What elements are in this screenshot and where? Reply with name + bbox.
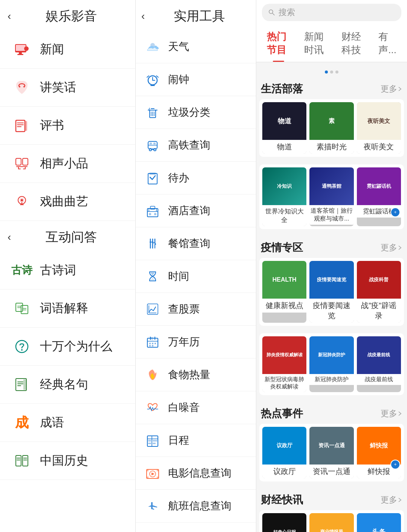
search-input[interactable]: 搜索	[262, 4, 401, 21]
menu-item-pingsu[interactable]: 评书	[0, 107, 135, 145]
section-hotevents-more[interactable]: 更多	[381, 408, 402, 419]
menu-item-history[interactable]: 中国历史	[0, 442, 135, 480]
card-nihong[interactable]: 霓虹鼹话机 霓虹鼹话机 +	[357, 167, 401, 226]
card-gov[interactable]: 议政厅 议政厅	[262, 427, 306, 478]
left-back-button[interactable]: ‹	[8, 8, 15, 24]
noise-label: 白噪音	[168, 400, 200, 415]
tool-item-schedule[interactable]: 日程	[136, 424, 256, 457]
menu-item-shiwanwei[interactable]: 十万个为什么	[0, 328, 135, 366]
tool-item-stock[interactable]: 查股票	[136, 293, 256, 326]
tool-item-calendar[interactable]: 万 万年历	[136, 326, 256, 359]
sub-back-button[interactable]: ‹	[8, 229, 15, 245]
svg-rect-75	[147, 469, 148, 471]
tool-item-flight[interactable]: 航班信息查询	[136, 490, 256, 523]
card-wudao[interactable]: 物道 物道	[262, 102, 306, 154]
cards-row-yiqing2: 肺炎疫情权威解读 新型冠状病毒肺炎权威解读 新冠肺炎防护 新冠肺炎防护 战疫最前…	[262, 336, 401, 392]
svg-rect-41	[153, 143, 156, 144]
alarm-label: 闹钟	[168, 72, 189, 87]
svg-rect-12	[16, 158, 21, 165]
middle-back-button[interactable]: ‹	[141, 8, 148, 24]
card-36ke[interactable]: 商业情报局 36氪·商业情报局	[309, 513, 353, 532]
food-label: 食物热量	[168, 368, 210, 382]
tool-item-food[interactable]: 食物热量	[136, 359, 256, 391]
tab-news[interactable]: 新闻时讯	[297, 25, 335, 62]
card-yeting[interactable]: 夜听美文 夜听美文	[357, 102, 401, 154]
card-chaguan[interactable]: 通鸭茶館 道客茶馆｜旅行观察与城市...	[309, 167, 353, 226]
calendar-label: 万年历	[168, 335, 200, 349]
card-lung2[interactable]: 新冠肺炎防护 新冠肺炎防护	[309, 336, 353, 392]
chengyu-icon: 成	[11, 412, 32, 433]
svg-rect-77	[147, 477, 148, 478]
svg-rect-76	[157, 469, 159, 471]
section-shenghuo-header: 生活部落 更多	[259, 78, 404, 99]
card-lung1[interactable]: 肺炎疫情权威解读 新型冠状病毒肺炎权威解读	[262, 336, 306, 392]
card-info[interactable]: 资讯一点通 资讯一点通	[309, 427, 353, 478]
xiqv-icon	[11, 191, 32, 212]
svg-rect-72	[153, 443, 156, 444]
tool-item-time[interactable]: 时间	[136, 260, 256, 293]
svg-rect-26	[23, 455, 28, 466]
tool-item-price[interactable]: 价格信息查询	[136, 523, 256, 532]
section-finance-more[interactable]: 更多	[381, 494, 402, 506]
svg-point-6	[23, 86, 25, 87]
tool-item-todo[interactable]: 待办	[136, 162, 256, 195]
search-bar: 搜索	[256, 0, 407, 25]
cards-row-zhishi: 冷知识 世界冷知识大全 通鸭茶館 道客茶馆｜旅行观察与城市... 霓虹鼹话机 霓…	[262, 167, 401, 226]
tool-item-weather[interactable]: 天气	[136, 31, 256, 63]
svg-rect-69	[148, 440, 151, 442]
card-zhanyipi[interactable]: 战疫科普 战"疫"辟谣录	[357, 261, 401, 323]
tool-item-alarm[interactable]: 闹钟	[136, 63, 256, 96]
menu-item-xiangsheng[interactable]: 相声小品	[0, 145, 135, 183]
svg-text:万: 万	[150, 337, 153, 340]
schedule-label: 日程	[168, 433, 189, 448]
menu-item-joke[interactable]: 讲笑话	[0, 69, 135, 107]
cards-row-shenghuo: 物道 物道 素 素描时光 夜听美文 夜听美文	[262, 102, 401, 154]
section-yiqing-more[interactable]: 更多	[381, 242, 402, 253]
pingsu-label: 评书	[40, 117, 64, 134]
menu-item-mingju[interactable]: 经典名句	[0, 366, 135, 404]
tab-audio[interactable]: 有声...	[372, 25, 403, 62]
joke-icon	[11, 77, 32, 98]
svg-point-18	[16, 340, 28, 353]
card-lanqing[interactable]: 头条 蓝鲸头条｜财经热点事件深...	[357, 513, 401, 532]
tool-item-restaurant[interactable]: 餐馆查询	[136, 227, 256, 260]
menu-item-news[interactable]: 新闻	[0, 31, 135, 69]
calendar-icon: 万	[143, 333, 162, 351]
stock-label: 查股票	[168, 302, 200, 316]
left-panel: ‹ 娱乐影音 新闻 讲笑话	[0, 0, 136, 532]
card-front[interactable]: 战疫最前线 战疫最前线	[357, 336, 401, 392]
svg-rect-21	[23, 379, 26, 390]
svg-rect-45	[149, 213, 151, 215]
svg-rect-28	[17, 460, 20, 460]
tab-finance[interactable]: 财经科技	[335, 25, 372, 62]
menu-item-ciyu[interactable]: 词语解释	[0, 290, 135, 328]
menu-item-xiqv[interactable]: 戏曲曲艺	[0, 183, 135, 221]
card-qixin[interactable]: 好奇心日报 好奇心日报	[262, 513, 306, 532]
ciyu-label: 词语解释	[40, 300, 88, 317]
left-panel-header: ‹ 娱乐影音	[0, 0, 135, 31]
svg-rect-9	[17, 124, 24, 125]
section-yiqing2: 肺炎疫情权威解读 新型冠状病毒肺炎权威解读 新冠肺炎防护 新冠肺炎防护 战疫最前…	[259, 333, 404, 398]
train-label: 高铁查询	[168, 138, 210, 152]
menu-item-gushi[interactable]: 古诗 古诗词	[0, 251, 135, 290]
chengyu-label: 成语	[40, 414, 64, 431]
card-lengzhishi[interactable]: 冷知识 世界冷知识大全	[262, 167, 306, 226]
svg-rect-78	[157, 477, 159, 478]
tool-item-train[interactable]: 高铁查询	[136, 129, 256, 162]
svg-rect-24	[17, 385, 21, 386]
card-yiqingnews[interactable]: 疫情要闻速览 疫情要闻速览	[309, 261, 353, 323]
tool-item-hotel[interactable]: 酒店查询	[136, 195, 256, 227]
tool-item-movie[interactable]: 电影信息查询	[136, 457, 256, 490]
movie-label: 电影信息查询	[168, 466, 231, 480]
card-sumiao[interactable]: 素 素描时光	[309, 102, 353, 154]
tab-hot[interactable]: 热门节目	[260, 25, 297, 62]
tool-item-trash[interactable]: 垃圾分类	[136, 96, 256, 129]
svg-point-19	[21, 349, 23, 351]
tool-item-noise[interactable]: 白噪音	[136, 391, 256, 424]
section-shenghuo-title: 生活部落	[261, 82, 303, 96]
card-fresh[interactable]: 鲜快报 鲜快报 +	[357, 427, 401, 478]
menu-item-chengyu[interactable]: 成 成语	[0, 404, 135, 442]
section-shenghuo-more[interactable]: 更多	[381, 83, 402, 95]
svg-point-38	[149, 149, 151, 151]
card-health[interactable]: HEALTH 健康新视点	[262, 261, 306, 323]
